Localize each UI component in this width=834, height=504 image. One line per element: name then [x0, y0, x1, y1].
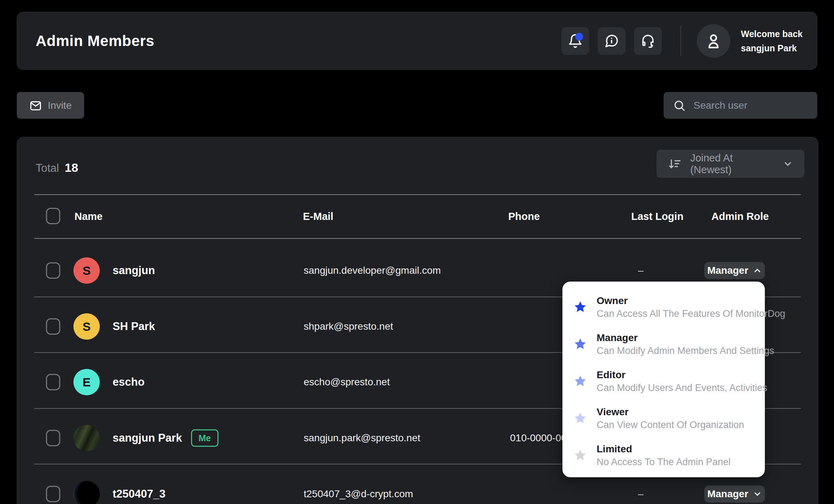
role-option-owner[interactable]: Owner Can Access All The Features Of Mon… [562, 289, 765, 326]
avatar: E [73, 369, 100, 395]
search-box [664, 92, 817, 119]
role-option-title: Limited [597, 444, 731, 454]
total-row: Total 18 [36, 161, 78, 175]
total-label: Total [36, 162, 59, 175]
role-option-title: Owner [597, 296, 785, 306]
star-icon [573, 300, 587, 314]
member-email: shpark@spresto.net [304, 321, 393, 332]
avatar-photo [73, 425, 100, 451]
avatar: S [73, 313, 100, 340]
headset-icon [640, 34, 655, 48]
me-badge: Me [191, 430, 218, 447]
role-option-description: Can Modify Users And Events, Activities [597, 383, 767, 393]
role-option-editor[interactable]: Editor Can Modify Users And Events, Acti… [562, 363, 765, 400]
welcome-text: Welcome back sangjun Park [741, 27, 803, 55]
admin-members-screen: Admin Members [0, 0, 834, 504]
sort-label: Joined At (Newest) [690, 152, 774, 176]
avatar-initial: S [83, 320, 91, 334]
role-option-text: Limited No Access To The Admin Panel [597, 444, 731, 467]
chevron-down-icon [753, 489, 762, 499]
role-option-manager[interactable]: Manager Can Modify Admin Members And Set… [562, 326, 765, 363]
role-dropdown-button[interactable]: Manager [704, 262, 765, 279]
role-option-text: Owner Can Access All The Features Of Mon… [597, 296, 785, 319]
welcome-line2: sangjun Park [741, 41, 803, 55]
sort-icon [668, 157, 682, 171]
chevron-up-icon [753, 266, 762, 275]
role-option-description: No Access To The Admin Panel [597, 457, 731, 467]
support-button[interactable] [634, 27, 662, 55]
info-button[interactable] [598, 27, 626, 55]
select-all-checkbox[interactable] [46, 208, 60, 224]
member-name: SH Park [113, 320, 155, 333]
search-icon [673, 99, 686, 112]
row-checkbox[interactable] [46, 262, 60, 279]
member-email: sangjun.park@spresto.net [304, 432, 420, 444]
total-count: 18 [65, 161, 78, 175]
star-icon [573, 411, 587, 426]
role-label: Manager [707, 488, 748, 500]
header-bar: Admin Members [17, 12, 817, 70]
notification-dot [575, 33, 583, 41]
user-icon [704, 32, 723, 50]
header-actions: Welcome back sangjun Park [553, 24, 803, 58]
column-header-email: E-Mail [303, 211, 333, 222]
star-icon [573, 337, 587, 351]
member-email: escho@spresto.net [304, 376, 390, 388]
role-option-description: Can Modify Admin Members And Settings [597, 346, 774, 356]
avatar-initial: E [83, 375, 91, 389]
avatar-initial: S [83, 264, 91, 278]
avatar: S [73, 257, 100, 284]
row-checkbox[interactable] [46, 430, 60, 446]
notifications-button[interactable] [561, 27, 589, 55]
header-divider [680, 26, 681, 56]
column-header-phone: Phone [508, 211, 540, 222]
invite-label: Invite [48, 100, 72, 111]
role-dropdown-button[interactable]: Manager [704, 485, 765, 503]
column-header-last-login: Last Login [631, 211, 684, 222]
star-icon [573, 448, 587, 463]
role-option-viewer[interactable]: Viewer Can View Content Of Organization [562, 400, 765, 437]
sort-dropdown[interactable]: Joined At (Newest) [657, 150, 804, 178]
table-header-top-border [34, 194, 801, 195]
member-phone: 010-0000-00 [510, 432, 567, 444]
chevron-down-icon [783, 159, 793, 169]
member-name: escho [113, 376, 145, 389]
column-header-name: Name [74, 211, 103, 222]
avatar-photo [73, 481, 100, 504]
members-table-card: Total 18 Joined At (Newest) Name E-Mail … [17, 137, 818, 504]
role-option-text: Editor Can Modify Users And Events, Acti… [597, 370, 767, 393]
role-option-text: Viewer Can View Content Of Organization [597, 407, 744, 430]
role-option-title: Manager [597, 333, 774, 343]
column-header-admin-role: Admin Role [711, 211, 769, 222]
star-icon [573, 374, 587, 389]
mail-icon [29, 99, 42, 112]
role-option-description: Can Access All The Features Of MonitorDo… [597, 309, 785, 319]
welcome-line1: Welcome back [741, 27, 803, 41]
role-option-title: Editor [597, 370, 767, 380]
role-option-limited[interactable]: Limited No Access To The Admin Panel [562, 437, 765, 474]
role-dropdown-panel: Owner Can Access All The Features Of Mon… [562, 282, 765, 477]
role-option-description: Can View Content Of Organization [597, 420, 744, 430]
page-title: Admin Members [36, 32, 154, 50]
role-label: Manager [707, 265, 748, 276]
row-checkbox[interactable] [46, 318, 60, 335]
invite-button[interactable]: Invite [17, 92, 84, 119]
member-name: t250407_3 [113, 488, 165, 500]
search-input[interactable] [693, 99, 808, 112]
info-bubble-icon [604, 34, 619, 48]
member-last-login: – [638, 265, 644, 276]
member-email: t250407_3@d-crypt.com [304, 488, 413, 500]
row-checkbox[interactable] [46, 486, 60, 502]
member-last-login: – [638, 488, 644, 500]
member-email: sangjun.developer@gmail.com [304, 265, 441, 276]
current-user-avatar[interactable] [697, 24, 730, 58]
member-name: sangjun [113, 264, 155, 277]
member-name: sangjun Park [113, 432, 182, 444]
role-option-title: Viewer [597, 407, 744, 417]
table-header-bottom-border [34, 238, 801, 239]
row-checkbox[interactable] [46, 374, 60, 390]
role-option-text: Manager Can Modify Admin Members And Set… [597, 333, 774, 356]
